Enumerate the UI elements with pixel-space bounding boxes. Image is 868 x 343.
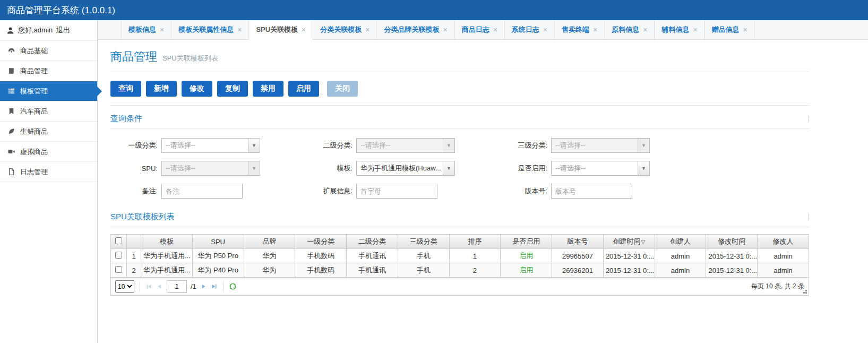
column-header[interactable]: SPU	[192, 235, 244, 249]
chevron-down-icon: ▼	[248, 161, 260, 175]
tab[interactable]: 原料信息×	[605, 20, 655, 39]
chevron-down-icon[interactable]: ▼	[638, 161, 649, 175]
chevron-down-icon[interactable]: ▼	[443, 161, 454, 175]
enabled-select[interactable]: --请选择--▼	[551, 161, 650, 176]
enable-button[interactable]: 启用	[288, 81, 319, 97]
column-header[interactable]: 是否启用	[501, 235, 552, 249]
sidebar-item[interactable]: 生鲜商品	[0, 122, 97, 142]
sidebar-item[interactable]: 汽车商品	[0, 101, 97, 122]
logout-link[interactable]: 退出	[56, 25, 70, 35]
page-size-select[interactable]: 10	[115, 280, 134, 293]
chevron-down-icon[interactable]: ▼	[248, 139, 260, 152]
row-checkbox[interactable]	[115, 266, 122, 273]
query-section-head: 查询条件	[110, 106, 809, 129]
edit-button[interactable]: 修改	[182, 81, 212, 97]
tab-close-icon[interactable]: ×	[493, 26, 497, 33]
app-header: 商品管理平台系统 (1.0.0.1)	[0, 0, 868, 20]
cell: admin	[655, 263, 706, 278]
version-input[interactable]	[551, 184, 632, 199]
sidebar-item[interactable]: 商品基础	[0, 41, 97, 61]
next-page-icon[interactable]	[200, 283, 207, 290]
column-header[interactable]: 品牌	[244, 235, 295, 249]
tab-label: 分类关联模板	[320, 25, 362, 35]
tab-close-icon[interactable]: ×	[302, 26, 306, 33]
column-header[interactable]: 一级分类	[295, 235, 347, 249]
cell: 2015-12-31 0:...	[706, 263, 758, 278]
column-header[interactable]: 二级分类	[347, 235, 398, 249]
tab-close-icon[interactable]: ×	[365, 26, 369, 33]
category-level1-select[interactable]: --请选择--▼	[161, 138, 260, 153]
sidebar-item-label: 商品管理	[20, 66, 48, 76]
column-header[interactable]: 版本号	[552, 235, 604, 249]
video-icon	[7, 148, 15, 156]
sidebar-item[interactable]: 日志管理	[0, 162, 97, 182]
search-button[interactable]: 查询	[110, 81, 141, 97]
tab-label: 系统日志	[512, 25, 539, 35]
sidebar-item-label: 商品基础	[20, 46, 48, 56]
user-icon	[6, 27, 14, 35]
refresh-icon[interactable]	[229, 282, 237, 290]
tab-label: 商品日志	[462, 25, 489, 35]
tab-close-icon[interactable]: ×	[543, 26, 547, 33]
form-field: SPU:--请选择--▼	[110, 161, 305, 176]
close-button[interactable]: 关闭	[327, 81, 358, 97]
column-header[interactable]: 模板	[141, 235, 193, 249]
sidebar-item[interactable]: 模板管理	[0, 81, 97, 101]
column-header[interactable]: 修改人	[758, 235, 809, 249]
tab-close-icon[interactable]: ×	[593, 26, 597, 33]
remark-input[interactable]	[161, 184, 243, 199]
tab[interactable]: 分类品牌关联模板×	[377, 20, 454, 39]
tab-close-icon[interactable]: ×	[693, 26, 697, 33]
page-number-input[interactable]	[167, 280, 187, 293]
tab-close-icon[interactable]: ×	[443, 26, 447, 33]
page-subtitle: SPU关联模板列表	[162, 54, 218, 63]
column-header[interactable]: 创建时间▽	[603, 235, 655, 249]
sidebar-item-label: 日志管理	[20, 167, 48, 177]
chevron-down-icon: ▼	[638, 139, 649, 152]
tab[interactable]: 赠品信息×	[705, 20, 755, 39]
column-header[interactable]: 排序	[449, 235, 501, 249]
tab[interactable]: 售卖终端×	[555, 20, 605, 39]
tab-close-icon[interactable]: ×	[743, 26, 747, 33]
column-header[interactable]: 三级分类	[398, 235, 449, 249]
table-row[interactable]: 1华为手机通用...华为 P50 Pro华为手机数码手机通讯手机1启用29965…	[111, 249, 809, 263]
field-label: 三级分类:	[500, 141, 551, 150]
content: 商品管理 SPU关联模板列表 查询新增修改复制禁用启用关闭 查询条件 一级分类:…	[98, 40, 868, 343]
tab-close-icon[interactable]: ×	[237, 26, 242, 33]
table-row[interactable]: 2华为手机通用...华为 P40 Pro华为手机数码手机通讯手机2启用26936…	[111, 263, 809, 278]
tab-close-icon[interactable]: ×	[643, 26, 647, 33]
user-info: 您好,admin 退出	[0, 20, 97, 41]
column-header[interactable]: 创建人	[655, 235, 706, 249]
copy-button[interactable]: 复制	[217, 81, 248, 97]
row-checkbox[interactable]	[115, 252, 122, 259]
select-all-checkbox[interactable]	[115, 237, 122, 244]
select-value: --请选择--	[552, 161, 638, 175]
first-page-icon[interactable]	[145, 283, 152, 290]
tab-label: 模板关联属性信息	[178, 25, 234, 35]
resize-grip	[805, 292, 807, 294]
tab-label: 原料信息	[612, 25, 639, 35]
form-field: 二级分类:--请选择--▼	[305, 138, 500, 153]
template-select[interactable]: 华为手机通用模板(Huaw...▼	[356, 161, 455, 176]
sidebar-item-label: 汽车商品	[20, 107, 48, 116]
sidebar-item[interactable]: 商品管理	[0, 61, 97, 81]
tab[interactable]: SPU关联模板×	[249, 20, 313, 39]
tab[interactable]: 系统日志×	[505, 20, 555, 39]
add-button[interactable]: 新增	[146, 81, 177, 97]
last-page-icon[interactable]	[211, 283, 218, 290]
field-label: 一级分类:	[110, 141, 161, 150]
tab[interactable]: 商品日志×	[455, 20, 505, 39]
column-header[interactable]: 修改时间	[706, 235, 758, 249]
disable-button[interactable]: 禁用	[253, 81, 283, 97]
pagination-bar: 10 /1 每页 10 条, 共 2 条	[110, 278, 809, 296]
cell: admin	[758, 263, 809, 278]
tab[interactable]: 辅料信息×	[655, 20, 704, 39]
prev-page-icon[interactable]	[156, 283, 163, 290]
ext-info-input[interactable]	[356, 184, 437, 199]
tab-close-icon[interactable]: ×	[160, 26, 164, 33]
tab[interactable]: 分类关联模板×	[313, 20, 377, 39]
sidebar-item[interactable]: 虚拟商品	[0, 142, 97, 162]
tab[interactable]: 模板关联属性信息×	[171, 20, 249, 39]
tab[interactable]: 模板信息×	[121, 20, 171, 39]
query-section-title: 查询条件	[110, 114, 142, 124]
